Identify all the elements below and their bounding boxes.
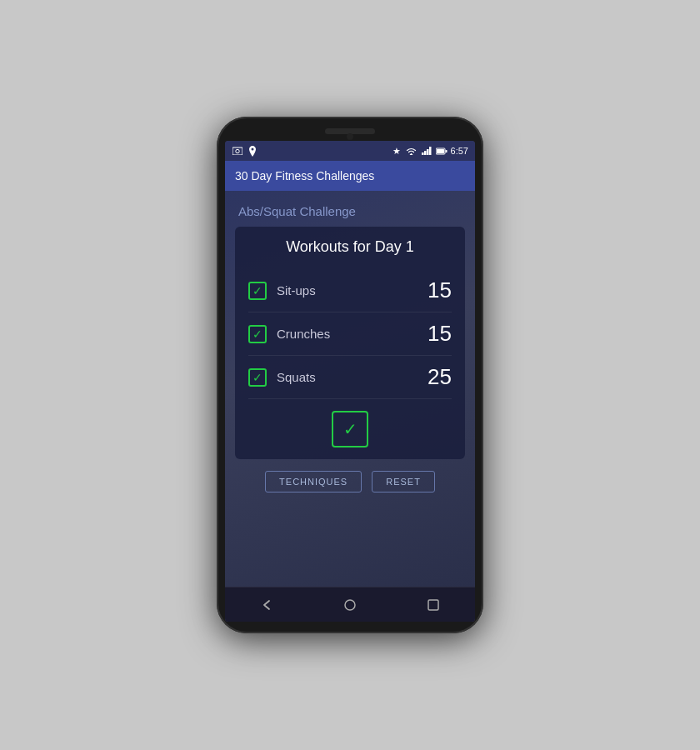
workout-item-crunches[interactable]: ✓ Crunches 15 <box>248 312 452 356</box>
svg-point-9 <box>345 600 355 610</box>
challenge-title: Abs/Squat Challenge <box>238 204 356 218</box>
recents-button[interactable] <box>418 590 448 620</box>
status-bar: ★ <box>225 141 475 161</box>
workout-count-situps: 15 <box>418 278 452 303</box>
checkbox-crunches[interactable]: ✓ <box>248 325 267 343</box>
wifi-icon <box>406 145 418 157</box>
workout-count-squats: 25 <box>418 364 452 390</box>
svg-rect-10 <box>428 600 438 610</box>
checkbox-situps[interactable]: ✓ <box>248 282 267 300</box>
bottom-buttons: TECHNIQUES RESET <box>235 471 465 492</box>
workout-name-squats: Squats <box>277 370 418 384</box>
check-icon-situps: ✓ <box>252 285 262 297</box>
svg-rect-4 <box>427 149 429 155</box>
workout-name-crunches: Crunches <box>277 327 418 341</box>
screen-content: Abs/Squat Challenge Workouts for Day 1 ✓… <box>225 191 475 587</box>
battery-icon <box>436 145 448 157</box>
workout-card: Workouts for Day 1 ✓ Sit-ups 15 ✓ Crunch… <box>235 227 465 459</box>
workout-day-title: Workouts for Day 1 <box>248 238 452 256</box>
techniques-button[interactable]: TECHNIQUES <box>265 471 362 492</box>
signal-icon <box>421 145 432 157</box>
confirm-btn-row: ✓ <box>248 411 452 448</box>
picture-icon <box>232 145 243 157</box>
checkbox-squats[interactable]: ✓ <box>248 368 267 387</box>
svg-rect-7 <box>445 150 447 152</box>
workout-name-situps: Sit-ups <box>277 283 418 298</box>
phone-outer: ★ <box>217 117 483 633</box>
nav-bar <box>225 587 475 622</box>
status-right-icons: ★ <box>391 145 468 157</box>
svg-rect-0 <box>232 148 242 155</box>
svg-point-1 <box>236 149 239 152</box>
back-button[interactable] <box>252 590 282 620</box>
app-title: 30 Day Fitness Challenges <box>235 169 374 182</box>
workout-item-situps[interactable]: ✓ Sit-ups 15 <box>248 269 452 312</box>
reset-button[interactable]: RESET <box>372 471 435 492</box>
svg-rect-2 <box>422 152 424 155</box>
phone-screen: ★ <box>225 141 475 622</box>
home-button[interactable] <box>335 590 365 620</box>
svg-rect-3 <box>424 151 427 155</box>
check-icon-crunches: ✓ <box>252 328 262 340</box>
svg-rect-8 <box>437 149 444 153</box>
confirm-check-icon: ✓ <box>343 419 358 439</box>
svg-rect-5 <box>429 147 432 155</box>
star-icon: ★ <box>391 145 402 157</box>
check-icon-squats: ✓ <box>252 372 262 383</box>
location-icon <box>247 145 258 157</box>
status-time: 6:57 <box>451 146 468 156</box>
workout-item-squats[interactable]: ✓ Squats 25 <box>248 356 452 399</box>
workout-count-crunches: 15 <box>418 321 452 347</box>
status-left-icons <box>232 145 258 157</box>
phone-camera <box>347 133 353 140</box>
app-bar: 30 Day Fitness Challenges <box>225 161 475 191</box>
confirm-button[interactable]: ✓ <box>332 411 368 448</box>
